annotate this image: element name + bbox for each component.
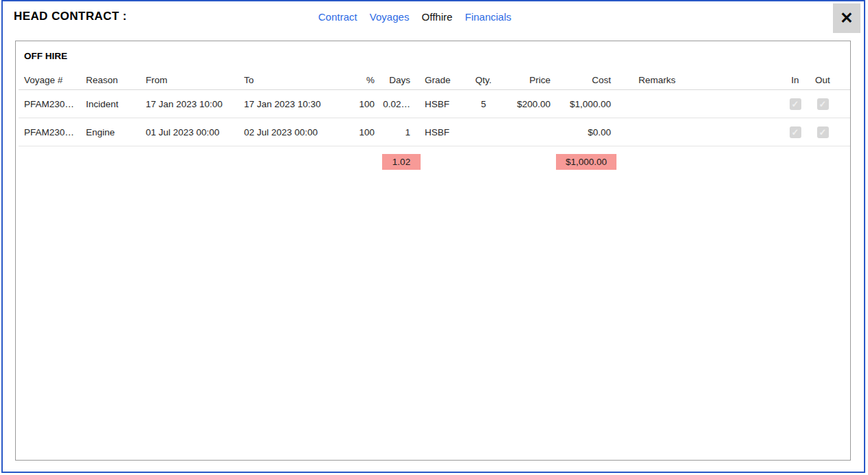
out-checkbox[interactable]: ✓: [817, 98, 829, 110]
col-header-reason: Reason: [86, 75, 146, 85]
col-header-to: To: [244, 75, 344, 85]
cell-qty: 5: [466, 99, 501, 109]
check-icon: ✓: [819, 99, 827, 109]
check-icon: ✓: [819, 127, 827, 137]
cell-from: 01 Jul 2023 00:00: [146, 127, 244, 137]
table-row: PFAM230… Engine 01 Jul 2023 00:00 02 Jul…: [19, 118, 850, 146]
col-header-in: In: [783, 75, 808, 85]
check-icon: ✓: [792, 127, 799, 137]
table-row: PFAM230… Incident 17 Jan 2023 10:00 17 J…: [19, 90, 850, 118]
in-checkbox[interactable]: ✓: [790, 98, 801, 110]
modal-nav: Contract Voyages Offhire Financials: [0, 11, 864, 23]
nav-link-offhire[interactable]: Offhire: [422, 11, 453, 23]
col-header-from: From: [146, 75, 244, 85]
close-icon: ✕: [840, 9, 853, 27]
close-button[interactable]: ✕: [833, 3, 860, 33]
col-header-out: Out: [808, 75, 838, 85]
cell-from: 17 Jan 2023 10:00: [146, 99, 244, 109]
offhire-panel: OFF HIRE Voyage # Reason From To % Days …: [15, 41, 851, 461]
col-header-pct: %: [344, 75, 375, 85]
cell-cost: $0.00: [550, 127, 611, 137]
cell-days: 1: [375, 127, 410, 137]
cell-to: 02 Jul 2023 00:00: [244, 127, 344, 137]
modal-header: HEAD CONTRACT : Contract Voyages Offhire…: [3, 1, 864, 36]
col-header-days: Days: [375, 75, 410, 85]
offhire-section-title: OFF HIRE: [24, 51, 850, 61]
offhire-table: Voyage # Reason From To % Days Grade Qty…: [19, 71, 850, 177]
cell-voyage: PFAM230…: [19, 127, 86, 137]
cell-to: 17 Jan 2023 10:30: [244, 99, 344, 109]
cell-pct: 100: [344, 99, 375, 109]
nav-link-contract[interactable]: Contract: [318, 11, 357, 23]
col-header-price: Price: [501, 75, 550, 85]
in-checkbox[interactable]: ✓: [790, 126, 801, 138]
head-contract-modal: HEAD CONTRACT : Contract Voyages Offhire…: [1, 0, 865, 473]
cell-cost: $1,000.00: [550, 99, 611, 109]
cell-voyage: PFAM230…: [19, 99, 86, 109]
total-days-badge: 1.02: [382, 154, 421, 170]
col-header-cost: Cost: [550, 75, 611, 85]
col-header-qty: Qty.: [466, 75, 501, 85]
col-header-voyage: Voyage #: [19, 75, 86, 85]
table-header-row: Voyage # Reason From To % Days Grade Qty…: [19, 71, 850, 90]
nav-link-financials[interactable]: Financials: [465, 11, 511, 23]
total-cost-badge: $1,000.00: [556, 154, 616, 170]
cell-price: $200.00: [501, 99, 550, 109]
cell-grade: HSBF: [410, 99, 466, 109]
out-checkbox[interactable]: ✓: [817, 126, 829, 138]
col-header-remarks: Remarks: [611, 75, 783, 85]
col-header-grade: Grade: [410, 75, 466, 85]
nav-link-voyages[interactable]: Voyages: [370, 11, 410, 23]
cell-grade: HSBF: [410, 127, 466, 137]
totals-row: 1.02 $1,000.00: [19, 146, 850, 177]
cell-reason: Engine: [86, 127, 146, 137]
check-icon: ✓: [792, 99, 799, 109]
cell-pct: 100: [344, 127, 375, 137]
cell-reason: Incident: [86, 99, 146, 109]
cell-days: 0.02…: [375, 99, 410, 109]
